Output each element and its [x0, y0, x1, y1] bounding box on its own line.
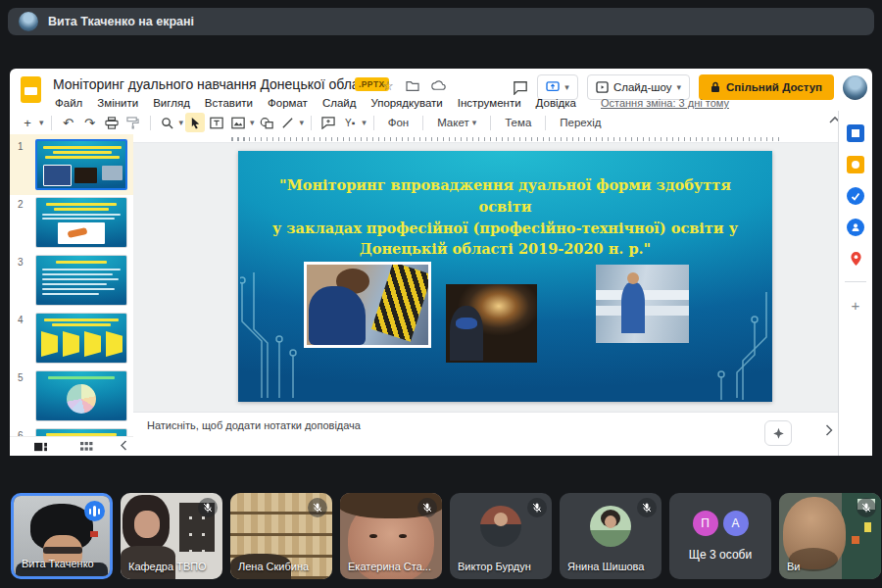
- grid-view-button[interactable]: [79, 441, 93, 453]
- mic-muted-icon: [527, 498, 547, 517]
- present-icon: [546, 81, 560, 93]
- calendar-icon[interactable]: [847, 124, 864, 142]
- account-avatar[interactable]: [843, 75, 867, 100]
- circuit-decoration-right: [708, 292, 770, 400]
- new-slide-button[interactable]: +: [18, 113, 37, 132]
- collapse-filmstrip-chevron[interactable]: [120, 440, 127, 451]
- text-box-button[interactable]: [207, 113, 226, 132]
- participant-name: Екатерина Ста...: [348, 561, 431, 572]
- move-folder-icon[interactable]: [406, 80, 419, 92]
- slide-photo-2: [446, 284, 537, 363]
- slide-thumbnail[interactable]: [35, 428, 127, 436]
- ruler: [133, 134, 838, 143]
- menu-format[interactable]: Формат: [268, 97, 308, 109]
- slideshow-dropdown-caret: ▾: [677, 82, 682, 92]
- lock-icon: [710, 81, 720, 93]
- mic-muted-icon: [417, 498, 437, 517]
- select-tool-button[interactable]: [185, 113, 205, 132]
- contacts-icon[interactable]: [847, 219, 864, 236]
- share-label: Спільний Доступ: [726, 81, 822, 93]
- paint-format-button[interactable]: [123, 113, 143, 132]
- overflow-avatars: П А: [669, 511, 771, 536]
- participant-tile-lena-skybina[interactable]: Лена Скибина: [230, 493, 332, 579]
- redo-button[interactable]: ↷: [80, 113, 100, 132]
- filmstrip-view-button[interactable]: [33, 441, 48, 453]
- theme-button[interactable]: Тема: [498, 117, 538, 128]
- slide-photo-3: [596, 265, 689, 343]
- zoom-caret[interactable]: ▾: [179, 118, 184, 127]
- maps-icon[interactable]: [847, 250, 864, 268]
- last-edit-link[interactable]: Остання зміна: 3 дні тому: [601, 97, 729, 109]
- print-button[interactable]: [102, 113, 122, 132]
- presenter-avatar: [19, 12, 38, 31]
- participant-tile-viktor-burdun[interactable]: Виктор Бурдун: [450, 493, 552, 579]
- menu-view[interactable]: Вигляд: [153, 97, 190, 109]
- y-tool-icon[interactable]: Y▪: [340, 113, 360, 132]
- speaker-notes-placeholder[interactable]: Натисніть, щоб додати нотатки доповідача: [147, 419, 361, 431]
- slide-thumbnail-selected[interactable]: [35, 139, 127, 190]
- explore-button[interactable]: [764, 420, 792, 446]
- cloud-status-icon[interactable]: [431, 80, 446, 91]
- participant-tile-ekaterina[interactable]: Екатерина Ста...: [340, 493, 442, 579]
- mic-muted-icon: [308, 498, 327, 517]
- participant-avatar: [480, 506, 521, 547]
- insert-image-button[interactable]: [228, 113, 248, 132]
- slide-number: 3: [18, 257, 24, 268]
- slide-canvas: "Моніторинг впровадження дуальної форми …: [133, 134, 838, 412]
- slideshow-icon: [596, 81, 609, 93]
- new-slide-caret[interactable]: ▾: [39, 118, 44, 127]
- shared-window: Моніторинг дуального навчання Донецької …: [10, 69, 872, 456]
- menu-insert[interactable]: Вставити: [205, 97, 253, 109]
- menu-bar: Файл Змінити Вигляд Вставити Формат Слай…: [55, 97, 729, 109]
- participant-name: Янина Шишова: [567, 561, 644, 572]
- overflow-avatar-p: П: [693, 511, 718, 536]
- line-caret[interactable]: ▾: [300, 118, 305, 127]
- insert-comment-button[interactable]: [318, 113, 338, 132]
- participant-name: Ви: [787, 561, 800, 572]
- filmstrip-panel: 1 2 3: [10, 134, 133, 436]
- undo-button[interactable]: ↶: [59, 113, 78, 132]
- document-title[interactable]: Моніторинг дуального навчання Донецької …: [53, 76, 375, 92]
- slide-number: 5: [18, 372, 24, 383]
- toolbar: + ▾ ↶ ↷ ▾ ▾ ▾ Y▪ ▾ Фон Макет▾ Тема Перех…: [10, 111, 838, 135]
- zoom-tool-button[interactable]: [158, 113, 177, 132]
- layout-caret: ▾: [472, 118, 477, 127]
- insert-line-button[interactable]: [278, 113, 298, 132]
- insert-shape-button[interactable]: [257, 113, 276, 132]
- participant-tile-kafedra[interactable]: Кафедра ТВПО: [121, 493, 222, 579]
- participant-tile-you[interactable]: Ви: [779, 493, 881, 579]
- slide-number: 2: [18, 199, 24, 210]
- menu-help[interactable]: Довідка: [536, 97, 576, 109]
- slide-thumbnail[interactable]: [35, 197, 127, 248]
- layout-button[interactable]: Макет▾: [430, 117, 483, 128]
- keep-icon[interactable]: [847, 156, 864, 173]
- menu-arrange[interactable]: Упорядкувати: [370, 97, 442, 109]
- overflow-participants-tile[interactable]: П А Ще 3 особи: [669, 493, 771, 579]
- y-tool-caret[interactable]: ▾: [362, 118, 367, 127]
- overflow-avatar-a: А: [723, 511, 749, 536]
- comment-icon[interactable]: [513, 80, 528, 95]
- background-button[interactable]: Фон: [381, 117, 416, 128]
- participant-name: Кафедра ТВПО: [128, 561, 207, 572]
- participant-tile-vita-tkachenko[interactable]: Вита Ткаченко: [11, 493, 113, 579]
- filmstrip-footer: [10, 436, 133, 456]
- menu-file[interactable]: Файл: [55, 97, 82, 109]
- current-slide[interactable]: "Моніторинг впровадження дуальної форми …: [238, 151, 772, 402]
- star-icon[interactable]: ☆: [382, 78, 394, 93]
- menu-edit[interactable]: Змінити: [97, 97, 138, 109]
- mic-muted-icon: [857, 498, 876, 517]
- presenting-banner-text: Вита Ткаченко на екрані: [48, 15, 194, 28]
- tasks-icon[interactable]: [847, 187, 864, 205]
- slide-thumbnail[interactable]: [35, 313, 127, 364]
- add-addon-button[interactable]: +: [847, 296, 864, 314]
- image-caret[interactable]: ▾: [250, 118, 255, 127]
- transition-button[interactable]: Перехід: [553, 117, 608, 128]
- slide-thumbnail[interactable]: [35, 370, 127, 421]
- menu-tools[interactable]: Інструменти: [458, 97, 521, 109]
- speaker-notes[interactable]: Натисніть, щоб додати нотатки доповідача: [133, 412, 838, 456]
- next-chevron[interactable]: [825, 424, 833, 436]
- participant-tile-yanina-shyshova[interactable]: Янина Шишова: [560, 493, 662, 579]
- menu-slide[interactable]: Слайд: [322, 97, 357, 109]
- slide-thumbnail[interactable]: [35, 255, 127, 306]
- slides-logo-icon[interactable]: [21, 76, 41, 103]
